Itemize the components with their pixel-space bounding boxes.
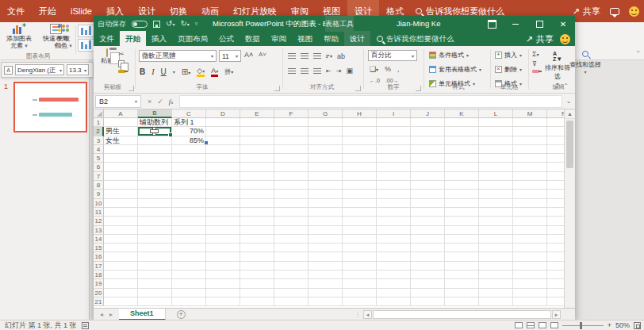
cell-M19[interactable] [513, 279, 547, 288]
cell-F9[interactable] [274, 190, 309, 198]
cell-H7[interactable] [343, 172, 377, 181]
cell-K12[interactable] [445, 217, 479, 225]
cell-I18[interactable] [377, 271, 411, 279]
column-header-L[interactable]: L [479, 109, 513, 118]
new-sheet-icon[interactable]: + [177, 310, 186, 319]
cell-C4[interactable] [172, 145, 206, 154]
cell-A12[interactable] [104, 217, 138, 225]
cell-E6[interactable] [240, 163, 274, 171]
cell-C11[interactable] [172, 208, 206, 217]
cell-A20[interactable] [104, 289, 138, 297]
cell-L15[interactable] [479, 244, 513, 252]
row-header-5[interactable]: 5 [94, 154, 104, 163]
cell-D3[interactable] [206, 136, 240, 145]
row-header-3[interactable]: 3 [94, 136, 104, 145]
xl-tab-table-design[interactable]: 设计 [344, 31, 370, 48]
cell-A9[interactable] [104, 190, 138, 198]
cell-D20[interactable] [206, 289, 240, 297]
cell-K17[interactable] [445, 262, 479, 271]
cell-D5[interactable] [206, 154, 240, 163]
cell-B3[interactable] [138, 136, 172, 145]
cell-K6[interactable] [445, 163, 479, 171]
cell-B11[interactable] [138, 208, 172, 217]
cell-L19[interactable] [479, 279, 513, 288]
cell-F15[interactable] [274, 244, 309, 252]
cell-H12[interactable] [343, 217, 377, 225]
close-button[interactable]: ✕ [551, 16, 575, 32]
font-size-combobox[interactable]: 11▾ [219, 50, 241, 62]
scroll-right-icon[interactable]: ▸ [552, 310, 561, 319]
cell-K16[interactable] [445, 252, 479, 261]
slideshow-view-icon[interactable] [550, 322, 558, 328]
cell-F1[interactable] [274, 118, 309, 127]
cell-J19[interactable] [411, 279, 445, 288]
cell-N19[interactable] [547, 279, 564, 288]
cell-N8[interactable] [547, 181, 564, 190]
change-colors-button[interactable]: 更改 颜色 ▾ [51, 24, 76, 54]
scroll-up-icon[interactable]: ▲ [565, 109, 575, 119]
cell-A5[interactable] [104, 154, 138, 163]
cell-B20[interactable] [138, 289, 172, 297]
column-header-F[interactable]: F [274, 109, 309, 118]
cell-H18[interactable] [343, 271, 377, 279]
cell-M2[interactable] [513, 127, 547, 136]
cell-G3[interactable] [309, 136, 343, 145]
cell-G8[interactable] [309, 181, 343, 190]
cell-F20[interactable] [274, 289, 309, 297]
column-header-E[interactable]: E [240, 109, 274, 118]
qat-customize-icon[interactable]: ▿ [195, 21, 198, 27]
normal-view-icon[interactable] [515, 322, 523, 328]
cell-N4[interactable] [547, 145, 564, 154]
cell-J2[interactable] [411, 127, 445, 136]
vertical-scrollbar[interactable]: ▲ [564, 109, 575, 308]
insert-cells-button[interactable]: 插入▾ [495, 51, 522, 59]
cell-M18[interactable] [513, 271, 547, 279]
cell-D1[interactable] [206, 118, 240, 127]
cell-K13[interactable] [445, 226, 479, 235]
cell-J14[interactable] [411, 235, 445, 244]
minimize-button[interactable] [504, 16, 527, 32]
cell-I8[interactable] [377, 181, 411, 190]
cell-K1[interactable] [445, 118, 479, 127]
column-header-A[interactable]: A [104, 109, 138, 118]
cell-M14[interactable] [513, 235, 547, 244]
row-header-6[interactable]: 6 [94, 163, 104, 171]
cell-E21[interactable] [240, 297, 274, 306]
cell-E7[interactable] [240, 172, 274, 181]
cell-F5[interactable] [274, 154, 309, 163]
row-header-19[interactable]: 19 [94, 279, 104, 288]
font-color-icon[interactable]: A▾ [211, 67, 218, 77]
cell-K4[interactable] [445, 145, 479, 154]
cell-H16[interactable] [343, 252, 377, 261]
cell-I11[interactable] [377, 208, 411, 217]
cell-B16[interactable] [138, 252, 172, 261]
row-header-9[interactable]: 9 [94, 190, 104, 198]
merge-center-icon[interactable]: ▣ [346, 67, 353, 75]
confirm-entry-icon[interactable]: ✓ [157, 98, 163, 106]
cell-A18[interactable] [104, 271, 138, 279]
cell-D17[interactable] [206, 262, 240, 271]
redo-icon[interactable]: ↻▾ [180, 20, 189, 29]
underline-button[interactable]: U [161, 67, 167, 76]
cell-C8[interactable] [172, 181, 206, 190]
comma-style-icon[interactable]: , [397, 65, 400, 73]
cell-C12[interactable] [172, 217, 206, 225]
cell-G7[interactable] [309, 172, 343, 181]
cell-K8[interactable] [445, 181, 479, 190]
format-as-table-button[interactable]: 套用表格格式▾ [429, 65, 481, 74]
xl-tab-help[interactable]: 帮助 [318, 31, 344, 48]
clipboard-dialog-launcher[interactable] [128, 86, 134, 91]
cell-F13[interactable] [274, 226, 309, 235]
cell-D15[interactable] [206, 244, 240, 252]
cell-L16[interactable] [479, 252, 513, 261]
cell-A4[interactable] [104, 145, 138, 154]
row-header-17[interactable]: 17 [94, 262, 104, 271]
cell-H3[interactable] [343, 136, 377, 145]
cell-L7[interactable] [479, 172, 513, 181]
autosum-icon[interactable]: Σ▾ [532, 50, 539, 58]
row-header-7[interactable]: 7 [94, 172, 104, 181]
cell-H1[interactable] [343, 118, 377, 127]
cell-I17[interactable] [377, 262, 411, 271]
cell-B10[interactable] [138, 199, 172, 208]
row-header-8[interactable]: 8 [94, 181, 104, 190]
